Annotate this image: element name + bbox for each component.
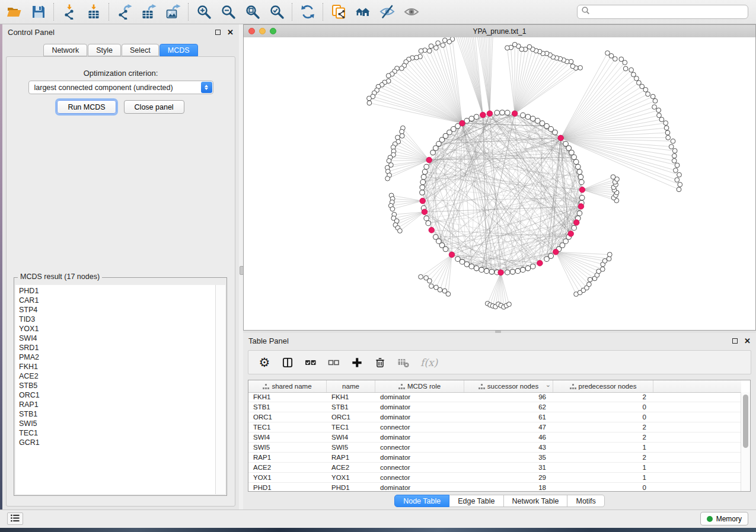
cell-MCDS-role[interactable]: dominator — [375, 414, 464, 421]
cell-shared-name[interactable]: ORC1 — [248, 414, 327, 421]
cell-predecessor-nodes[interactable]: 1 — [553, 444, 653, 451]
save-session-icon[interactable] — [30, 4, 46, 20]
cell-name[interactable]: YOX1 — [327, 474, 375, 481]
cell-predecessor-nodes[interactable]: 0 — [553, 403, 653, 411]
tab-style[interactable]: Style — [88, 44, 121, 56]
mcds-result-item[interactable]: RAP1 — [19, 400, 216, 409]
zoom-out-icon[interactable] — [220, 4, 236, 20]
new-network-from-selection-icon[interactable] — [330, 4, 346, 20]
search-input[interactable] — [591, 6, 748, 18]
cell-MCDS-role[interactable]: dominator — [375, 484, 464, 491]
cell-predecessor-nodes[interactable]: 2 — [553, 434, 653, 441]
tab-mcds[interactable]: MCDS — [160, 44, 198, 56]
float-panel-icon[interactable] — [732, 338, 738, 344]
cell-successor-nodes[interactable]: 31 — [464, 464, 553, 471]
mcds-result-item[interactable]: FKH1 — [19, 362, 216, 371]
cell-name[interactable]: ORC1 — [327, 414, 375, 421]
cell-successor-nodes[interactable]: 96 — [464, 393, 553, 400]
export-network-icon[interactable] — [116, 4, 132, 20]
cell-successor-nodes[interactable]: 29 — [464, 474, 553, 481]
mcds-result-item[interactable]: TEC1 — [19, 428, 216, 438]
task-history-button[interactable] — [7, 512, 23, 525]
column-header-predecessor-nodes[interactable]: predecessor nodes — [553, 380, 653, 392]
hide-selected-icon[interactable] — [379, 4, 395, 20]
mcds-result-item[interactable]: SRD1 — [19, 343, 216, 352]
table-row[interactable]: STB1STB1dominator620 — [248, 402, 741, 412]
export-image-icon[interactable] — [165, 4, 181, 20]
delete-columns-icon[interactable] — [374, 356, 386, 369]
cell-predecessor-nodes[interactable]: 2 — [553, 424, 653, 431]
search-box[interactable] — [577, 5, 748, 19]
mcds-result-item[interactable]: SWI4 — [19, 334, 216, 343]
mcds-result-item[interactable]: STB5 — [19, 381, 216, 390]
cell-MCDS-role[interactable]: dominator — [375, 403, 464, 411]
mcds-result-item[interactable]: CAR1 — [19, 296, 216, 305]
close-panel-button[interactable]: Close panel — [124, 100, 184, 114]
sort-indicator-icon[interactable]: ⌄ — [546, 381, 551, 389]
network-graph[interactable] — [244, 37, 755, 330]
cell-name[interactable]: SWI4 — [327, 434, 375, 441]
mcds-result-item[interactable]: PHD1 — [19, 286, 216, 296]
cell-predecessor-nodes[interactable]: 2 — [553, 454, 653, 461]
mcds-result-item[interactable]: YOX1 — [19, 324, 216, 334]
float-panel-icon[interactable] — [215, 30, 221, 35]
cell-successor-nodes[interactable]: 35 — [464, 454, 553, 461]
tab-select[interactable]: Select — [122, 44, 159, 56]
cell-successor-nodes[interactable]: 62 — [464, 403, 553, 411]
table-row[interactable]: SWI5SWI5connector431 — [248, 443, 741, 453]
show-hidden-icon[interactable] — [403, 4, 419, 20]
cell-successor-nodes[interactable]: 47 — [464, 424, 553, 431]
close-panel-icon[interactable]: ✕ — [227, 30, 234, 35]
column-header-name[interactable]: name — [327, 380, 375, 392]
houses-icon[interactable] — [355, 4, 371, 20]
cell-predecessor-nodes[interactable]: 1 — [553, 464, 653, 471]
tab-node-table[interactable]: Node Table — [394, 495, 449, 507]
column-layout-icon[interactable] — [282, 356, 294, 369]
table-row[interactable]: ACE2ACE2connector311 — [248, 463, 741, 473]
cell-MCDS-role[interactable]: connector — [375, 424, 464, 431]
select-all-columns-icon[interactable] — [305, 356, 317, 369]
cell-shared-name[interactable]: SWI5 — [248, 444, 327, 451]
cell-MCDS-role[interactable]: connector — [375, 444, 464, 451]
unselect-all-columns-icon[interactable] — [328, 356, 340, 369]
table-scrollbar[interactable] — [741, 392, 750, 491]
cell-name[interactable]: ACE2 — [327, 464, 375, 471]
mcds-result-item[interactable]: STB1 — [19, 409, 216, 419]
tab-network[interactable]: Network — [43, 44, 87, 56]
add-column-icon[interactable] — [351, 356, 363, 369]
cell-successor-nodes[interactable]: 43 — [464, 444, 553, 451]
close-panel-icon[interactable]: ✕ — [744, 338, 751, 344]
refresh-view-icon[interactable] — [299, 4, 315, 20]
cell-MCDS-role[interactable]: connector — [375, 464, 464, 471]
cell-predecessor-nodes[interactable]: 1 — [553, 474, 653, 481]
table-row[interactable]: RAP1RAP1dominator352 — [248, 453, 741, 463]
mcds-result-item[interactable]: ORC1 — [19, 390, 216, 400]
cell-name[interactable]: RAP1 — [327, 454, 375, 461]
column-header-MCDS-role[interactable]: MCDS role — [375, 380, 464, 392]
cell-successor-nodes[interactable]: 46 — [464, 434, 553, 441]
network-canvas[interactable] — [244, 37, 755, 330]
mcds-result-item[interactable]: SWI5 — [19, 419, 216, 428]
cell-name[interactable]: FKH1 — [327, 393, 375, 400]
scrollbar-thumb[interactable] — [743, 395, 748, 448]
cell-name[interactable]: TEC1 — [327, 424, 375, 431]
cell-shared-name[interactable]: STB1 — [248, 403, 327, 411]
column-header-shared-name[interactable]: shared name — [248, 380, 327, 392]
cell-MCDS-role[interactable]: connector — [375, 474, 464, 481]
cell-predecessor-nodes[interactable]: 0 — [553, 414, 653, 421]
cell-shared-name[interactable]: TEC1 — [248, 424, 327, 431]
tab-edge-table[interactable]: Edge Table — [449, 495, 503, 507]
cell-predecessor-nodes[interactable]: 2 — [553, 393, 653, 400]
cell-shared-name[interactable]: YOX1 — [248, 474, 327, 481]
mcds-result-item[interactable]: TID3 — [19, 315, 216, 324]
mcds-result-item[interactable]: GCR1 — [19, 438, 216, 447]
cell-successor-nodes[interactable]: 61 — [464, 414, 553, 421]
cell-shared-name[interactable]: PHD1 — [248, 484, 327, 491]
cell-MCDS-role[interactable]: dominator — [375, 454, 464, 461]
table-row[interactable]: TEC1TEC1connector472 — [248, 422, 741, 432]
table-row[interactable]: ORC1ORC1dominator610 — [248, 412, 741, 422]
cell-MCDS-role[interactable]: dominator — [375, 434, 464, 441]
settings-icon[interactable]: ⚙ — [259, 356, 270, 369]
result-list-scrollbar[interactable] — [215, 285, 225, 494]
table-row[interactable]: YOX1YOX1connector291 — [248, 473, 741, 483]
